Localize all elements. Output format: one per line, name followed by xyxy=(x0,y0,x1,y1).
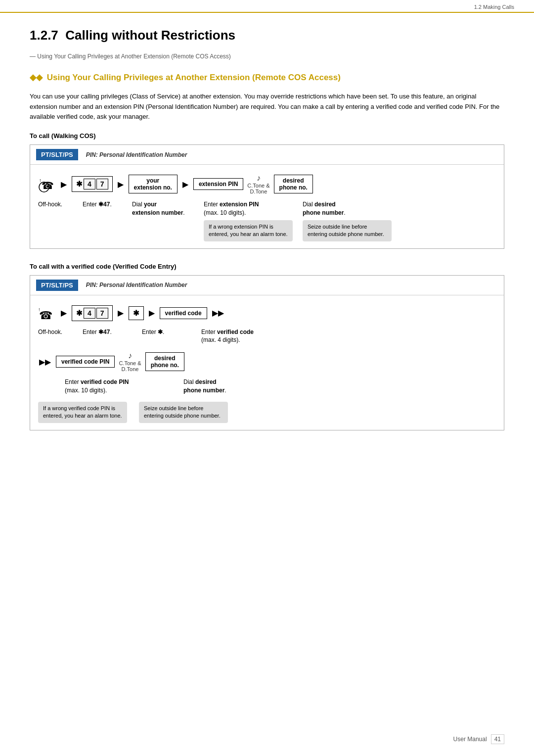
desired-bottom-1: phone no. xyxy=(279,184,308,191)
star-key-2: ✱ xyxy=(76,309,83,318)
diagram2-label-row-bottom: Enter verified code PIN(max. 10 digits).… xyxy=(38,378,496,395)
pt-badge-1: PT/SLT/PS xyxy=(36,149,78,160)
tone-group-2: ♪ C.Tone & D.Tone xyxy=(119,351,141,372)
ctone-label: C.Tone & xyxy=(247,183,269,189)
diagram2-header: PT/SLT/PS PIN: Personal Identification N… xyxy=(30,276,504,295)
your-ext-label-bottom: extension no. xyxy=(134,184,172,191)
diagram1-box: PT/SLT/PS PIN: Personal Identification N… xyxy=(30,144,504,248)
section-label: 1.2 Making Calls xyxy=(474,4,514,10)
diagram1-flow-row: ☎ ↑ ▶ ✱ 4 7 ▶ your extension no. ▶ xyxy=(38,174,496,194)
diagram2-heading: To call with a verified code (Verified C… xyxy=(30,263,504,270)
star-key: ✱ xyxy=(76,180,83,189)
callout-wrong-pin-1: If a wrong extension PIN is entered, you… xyxy=(204,220,293,241)
callout-seize-1: Seize outside line before entering outsi… xyxy=(303,220,392,241)
page-title: 1.2.7 Calling without Restrictions xyxy=(30,28,504,43)
lbl-dial-ext: Dial yourextension number. xyxy=(132,200,204,241)
key-4-2: 4 xyxy=(84,308,95,319)
pt-badge-2: PT/SLT/PS xyxy=(36,280,78,291)
lbl-dial-desired-1: Dial desiredphone number. xyxy=(303,200,392,217)
svg-text:☎: ☎ xyxy=(42,180,54,191)
key-box-star47: ✱ 4 7 xyxy=(72,176,113,192)
verified-code-pin-box: verified code PIN xyxy=(56,356,115,368)
lbl-off-hook-1: Off-hook. xyxy=(38,200,83,241)
diagram2-label-row-top: Off-hook. Enter ✱47. Enter ✱. Enter veri… xyxy=(38,328,496,345)
note-icon-2: ♪ xyxy=(128,351,132,360)
arrow-d2-2: ▶ xyxy=(118,308,124,318)
diagram2-callouts: If a wrong verified code PIN is entered,… xyxy=(38,400,496,423)
arrow-d2-3: ▶ xyxy=(149,308,155,318)
svg-text:☎: ☎ xyxy=(39,309,52,322)
double-arrow-1: ▶▶ xyxy=(212,308,224,318)
diagram2-box: PT/SLT/PS PIN: Personal Identification N… xyxy=(30,275,504,430)
diagram2-body: ☎ ↑ ▶ ✱ 4 7 ▶ ✱ ▶ xyxy=(30,295,504,430)
ext-pin-box: extension PIN xyxy=(193,178,243,190)
diamond-icon: ◆◆ xyxy=(30,73,43,82)
key-4: 4 xyxy=(84,179,95,189)
verified-code-label: verified code xyxy=(165,310,202,317)
arrow-d2-1: ▶ xyxy=(61,308,67,318)
phone-icon-1: ☎ ↑ xyxy=(38,175,56,193)
tone-group-1: ♪ C.Tone & D.Tone xyxy=(247,174,269,194)
diagram2-flow-row-bottom: ▶▶ verified code PIN ♪ C.Tone & D.Tone d… xyxy=(38,351,496,372)
lbl-enter-star47-2: Enter ✱47. xyxy=(83,328,142,345)
footer-text: User Manual xyxy=(453,736,487,743)
key-box-star47-2: ✱ 4 7 xyxy=(72,305,113,321)
page-number: 41 xyxy=(491,734,504,744)
ctone-label-2: C.Tone & xyxy=(119,360,141,366)
arrow-3: ▶ xyxy=(182,180,188,189)
desired-top-2: desired xyxy=(154,355,176,362)
key-7: 7 xyxy=(96,179,108,189)
section-heading: Calling without Restrictions xyxy=(65,28,235,43)
svg-text:↑: ↑ xyxy=(38,307,41,312)
phone-icon-2: ☎ ↑ xyxy=(38,304,56,322)
verified-code-pin-label: verified code PIN xyxy=(61,358,109,365)
dtone-label: D.Tone xyxy=(250,189,267,194)
page-content: 1.2.7 Calling without Restrictions — Usi… xyxy=(0,13,534,464)
ext-pin-group: extension PIN xyxy=(193,178,243,190)
double-arrow-2: ▶▶ xyxy=(39,357,51,367)
desired-bottom-2: phone no. xyxy=(151,362,179,369)
diagram1-header: PT/SLT/PS PIN: Personal Identification N… xyxy=(30,145,504,165)
lbl-enter-verified-pin-group: Enter verified code PIN(max. 10 digits). xyxy=(65,378,164,395)
arrow-1: ▶ xyxy=(61,180,67,189)
diagram1-heading: To call (Walking COS) xyxy=(30,132,504,140)
section-number: 1.2.7 xyxy=(30,28,58,43)
pin-note-2: PIN: Personal Identification Number xyxy=(86,282,187,288)
key-7-2: 7 xyxy=(96,308,108,319)
desired-phone-box-1: desired phone no. xyxy=(274,175,313,193)
desired-top-1: desired xyxy=(283,177,304,184)
star-key-alone: ✱ xyxy=(133,309,139,318)
page-footer: User Manual 41 xyxy=(453,734,504,744)
desired-phone-box-2: desired phone no. xyxy=(145,352,184,371)
lbl-enter-ext-pin: Enter extension PIN(max. 10 digits). xyxy=(204,200,303,217)
dtone-label-2: D.Tone xyxy=(122,366,139,372)
lbl-enter-ext-pin-group: Enter extension PIN(max. 10 digits). If … xyxy=(204,200,303,241)
lbl-off-hook-2: Off-hook. xyxy=(38,328,83,345)
pin-note-1: PIN: Personal Identification Number xyxy=(86,151,187,158)
your-ext-label-top: your xyxy=(146,177,159,184)
lbl-dial-desired-2: Dial desiredphone number. xyxy=(183,378,226,395)
top-bar: 1.2 Making Calls xyxy=(0,0,534,13)
verified-code-box: verified code xyxy=(160,307,207,319)
svg-text:↑: ↑ xyxy=(39,178,42,183)
diagram2-flow-row-top: ☎ ↑ ▶ ✱ 4 7 ▶ ✱ ▶ xyxy=(38,304,496,322)
lbl-enter-verified-pin: Enter verified code PIN(max. 10 digits). xyxy=(65,378,164,395)
lbl-dial-desired-group-1: Dial desiredphone number. Seize outside … xyxy=(303,200,392,241)
diagram1-label-row: Off-hook. Enter ✱47. Dial yourextension … xyxy=(38,200,496,241)
breadcrumb: — Using Your Calling Privileges at Anoth… xyxy=(30,53,504,60)
lbl-enter-star47-1: Enter ✱47. xyxy=(83,200,132,241)
note-icon-1: ♪ xyxy=(257,174,261,183)
ext-pin-label: extension PIN xyxy=(199,181,238,188)
lbl-enter-star-2: Enter ✱. xyxy=(142,328,201,345)
description-text: You can use your calling privileges (Cla… xyxy=(30,92,504,122)
lbl-enter-verified-2: Enter verified code(max. 4 digits). xyxy=(201,328,280,345)
subsection-title: ◆◆ Using Your Calling Privileges at Anot… xyxy=(30,72,504,84)
callout-seize-2: Seize outside line before entering outsi… xyxy=(139,402,228,423)
your-ext-box: your extension no. xyxy=(129,175,178,193)
callout-wrong-pin-2: If a wrong verified code PIN is entered,… xyxy=(38,402,127,423)
key-box-star-alone: ✱ xyxy=(129,306,144,320)
diagram1-body: ☎ ↑ ▶ ✱ 4 7 ▶ your extension no. ▶ xyxy=(30,165,504,248)
arrow-2: ▶ xyxy=(118,180,124,189)
